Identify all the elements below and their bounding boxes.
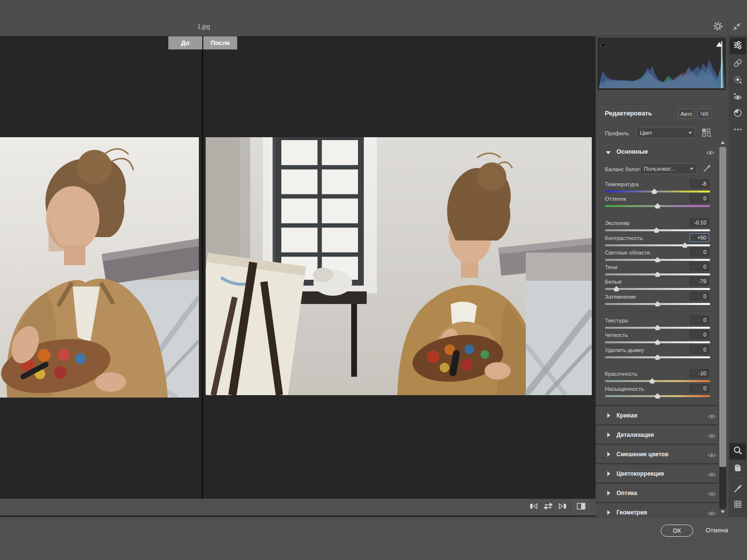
slider-thumb[interactable] [655, 354, 661, 360]
preview-toolbar [0, 498, 596, 515]
slider-value[interactable]: 0 [690, 292, 709, 301]
white-balance-sampler-button[interactable] [730, 481, 746, 498]
eye-icon[interactable] [708, 413, 716, 421]
chevron-down-icon [606, 151, 611, 154]
slider-value[interactable]: 0 [690, 248, 709, 256]
slider-value[interactable]: 0 [690, 316, 709, 324]
eyedropper-sparkle-icon [732, 483, 743, 496]
slider-track[interactable] [605, 303, 710, 305]
slider-value[interactable]: 0 [690, 194, 709, 203]
slider-track[interactable] [605, 273, 710, 275]
grid-overlay-button[interactable] [730, 497, 746, 513]
tab-after[interactable]: После [203, 36, 237, 49]
section-color-mixer[interactable]: Смешение цветов [596, 445, 718, 463]
scroll-down-button[interactable] [721, 511, 725, 513]
before-after-view-button[interactable] [573, 500, 589, 514]
slider-track[interactable] [605, 395, 710, 397]
slider-thumb[interactable] [655, 272, 661, 277]
slider-value[interactable]: -0.10 [690, 218, 709, 227]
slider-value[interactable]: -8 [690, 179, 709, 188]
slider-thumb[interactable] [655, 301, 661, 306]
slider-thumb[interactable] [650, 378, 655, 384]
slider-label: Насыщенность [605, 386, 644, 392]
scroll-rail[interactable] [719, 467, 726, 509]
slider-thumb[interactable] [682, 242, 688, 248]
collapse-button[interactable] [731, 21, 743, 34]
eye-icon[interactable] [708, 432, 716, 441]
masking-icon [732, 75, 743, 87]
slider-value[interactable]: -10 [690, 369, 709, 378]
edit-tool-button[interactable] [730, 38, 746, 54]
eye-icon[interactable] [708, 451, 716, 460]
panel-scrollbar[interactable] [718, 139, 728, 517]
split-view-icon [576, 502, 586, 512]
zoom-tool-button[interactable] [730, 443, 746, 460]
settings-button[interactable] [712, 21, 724, 33]
slider-thumb[interactable] [651, 189, 657, 194]
slider-track[interactable] [605, 259, 710, 261]
before-image[interactable] [0, 137, 199, 398]
section-detail[interactable]: Детализация [596, 426, 718, 444]
slider-value[interactable]: 0 [690, 345, 709, 354]
slider-thumb[interactable] [653, 227, 659, 233]
edit-panel-title: Редактировать [605, 110, 652, 117]
slider-track[interactable] [605, 288, 710, 290]
eye-icon[interactable] [708, 471, 716, 480]
bw-button[interactable]: Ч/б [697, 109, 712, 119]
presets-tool-button[interactable] [730, 106, 746, 122]
basic-visibility-toggle[interactable] [706, 149, 715, 158]
slider-track[interactable] [605, 244, 710, 246]
copy-settings-icon [529, 501, 539, 513]
ok-button[interactable]: ОК [661, 525, 693, 537]
slider-thumb[interactable] [655, 393, 661, 399]
slider-track[interactable] [605, 341, 710, 343]
auto-button[interactable]: Авто [678, 109, 695, 119]
slider-track[interactable] [605, 229, 710, 231]
tools-column [729, 36, 747, 517]
histogram[interactable] [598, 38, 726, 90]
red-eye-tool-button[interactable] [730, 89, 746, 106]
profile-select[interactable]: Цвет [636, 128, 696, 138]
highlight-clipping-toggle[interactable] [716, 41, 723, 47]
cancel-button[interactable]: Отмена [701, 527, 732, 534]
slider-value[interactable]: +50 [690, 233, 709, 242]
section-color-grading[interactable]: Цветокоррекция [596, 464, 718, 482]
more-options-button[interactable] [730, 122, 746, 139]
slider-track[interactable] [605, 327, 710, 329]
swap-settings-button[interactable] [542, 501, 554, 513]
section-curve[interactable]: Кривая [596, 406, 718, 424]
scroll-thumb[interactable] [719, 147, 726, 467]
chevron-right-icon [607, 510, 610, 515]
after-image[interactable] [206, 137, 592, 395]
healing-tool-button[interactable] [730, 56, 746, 72]
slider-track[interactable] [605, 356, 710, 358]
section-geometry[interactable]: Геометрия [596, 503, 718, 517]
slider-thumb[interactable] [655, 339, 661, 345]
browse-profiles-button[interactable] [701, 128, 712, 140]
slider-thumb[interactable] [655, 325, 661, 330]
eye-icon[interactable] [708, 490, 716, 499]
shadow-clipping-toggle[interactable] [600, 41, 607, 47]
tab-before[interactable]: До [168, 36, 202, 49]
scroll-up-button[interactable] [721, 141, 725, 144]
white-balance-select[interactable]: Пользоват... [640, 163, 697, 174]
slider-label: Температура [605, 181, 639, 187]
slider-value[interactable]: 0 [690, 262, 709, 271]
slider-thumb[interactable] [614, 286, 619, 291]
masking-tool-button[interactable] [730, 73, 746, 89]
copy-settings-button[interactable] [528, 501, 540, 513]
section-optics[interactable]: Оптика [596, 484, 718, 502]
slider-track[interactable] [605, 205, 710, 207]
copy-back-button[interactable] [556, 501, 568, 513]
slider-track[interactable] [605, 191, 710, 192]
slider-thumb[interactable] [655, 257, 661, 262]
slider-value[interactable]: 0 [690, 384, 709, 393]
white-balance-label: Баланс белого [605, 166, 643, 172]
hand-tool-button[interactable] [730, 461, 746, 477]
basic-section-header[interactable]: Основные [596, 146, 718, 160]
slider-value[interactable]: 0 [690, 330, 709, 339]
slider-thumb[interactable] [655, 203, 661, 208]
slider-track[interactable] [605, 380, 710, 382]
white-balance-eyedropper-button[interactable] [702, 163, 713, 176]
slider-value[interactable]: -79 [690, 277, 709, 286]
